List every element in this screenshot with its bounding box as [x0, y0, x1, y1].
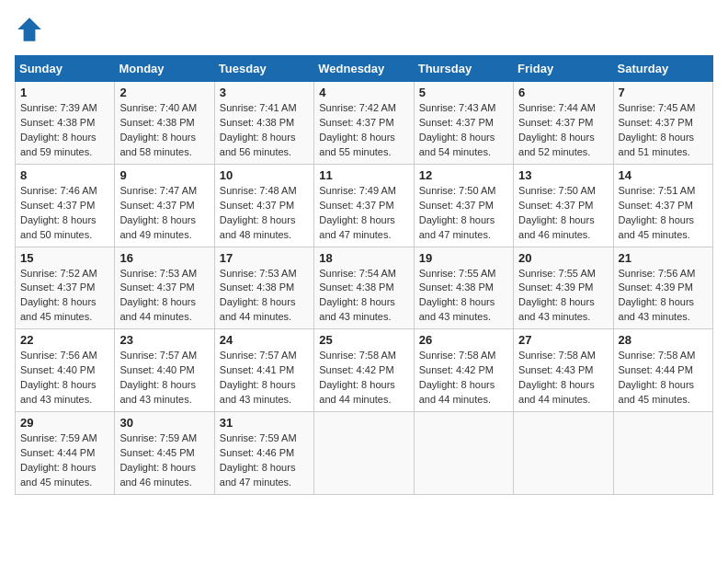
- sunset-label: Sunset: 4:37 PM: [319, 200, 393, 211]
- day-info: Sunrise: 7:56 AM Sunset: 4:39 PM Dayligh…: [619, 267, 708, 326]
- day-info: Sunrise: 7:59 AM Sunset: 4:45 PM Dayligh…: [119, 431, 209, 490]
- calendar-cell: 22 Sunrise: 7:56 AM Sunset: 4:40 PM Dayl…: [16, 329, 115, 412]
- weekday-header: Tuesday: [214, 56, 313, 82]
- calendar-cell: 21 Sunrise: 7:56 AM Sunset: 4:39 PM Dayl…: [613, 247, 712, 329]
- daylight-label: Daylight: 8 hours and 48 minutes.: [220, 214, 296, 240]
- sunset-label: Sunset: 4:38 PM: [319, 282, 393, 293]
- sunrise-label: Sunrise: 7:57 AM: [119, 350, 197, 361]
- page-header: [15, 15, 713, 44]
- sunrise-label: Sunrise: 7:42 AM: [319, 102, 396, 113]
- calendar-header-row: SundayMondayTuesdayWednesdayThursdayFrid…: [16, 56, 713, 82]
- daylight-label: Daylight: 8 hours and 45 minutes.: [619, 214, 695, 240]
- sunrise-label: Sunrise: 7:56 AM: [20, 350, 97, 361]
- daylight-label: Daylight: 8 hours and 43 minutes.: [119, 379, 196, 405]
- sunrise-label: Sunrise: 7:57 AM: [220, 350, 297, 361]
- sunset-label: Sunset: 4:38 PM: [419, 282, 494, 293]
- sunset-label: Sunset: 4:40 PM: [119, 364, 194, 375]
- daylight-label: Daylight: 8 hours and 43 minutes.: [319, 296, 395, 322]
- day-number: 13: [518, 168, 608, 182]
- day-number: 30: [119, 416, 209, 430]
- day-number: 23: [119, 333, 209, 347]
- calendar-cell: 16 Sunrise: 7:53 AM Sunset: 4:37 PM Dayl…: [115, 247, 214, 329]
- day-info: Sunrise: 7:42 AM Sunset: 4:37 PM Dayligh…: [319, 101, 408, 160]
- sunset-label: Sunset: 4:38 PM: [119, 117, 194, 128]
- day-number: 27: [518, 333, 608, 347]
- day-info: Sunrise: 7:52 AM Sunset: 4:37 PM Dayligh…: [20, 267, 109, 326]
- day-number: 18: [319, 251, 408, 265]
- weekday-header: Wednesday: [314, 56, 414, 82]
- calendar-week-row: 8 Sunrise: 7:46 AM Sunset: 4:37 PM Dayli…: [16, 164, 713, 247]
- calendar-cell: [314, 412, 414, 495]
- daylight-label: Daylight: 8 hours and 45 minutes.: [20, 462, 97, 488]
- daylight-label: Daylight: 8 hours and 59 minutes.: [20, 132, 97, 157]
- day-number: 21: [619, 251, 708, 265]
- calendar-cell: 9 Sunrise: 7:47 AM Sunset: 4:37 PM Dayli…: [115, 164, 214, 247]
- day-info: Sunrise: 7:44 AM Sunset: 4:37 PM Dayligh…: [518, 101, 608, 160]
- day-number: 26: [419, 333, 508, 347]
- calendar-cell: 6 Sunrise: 7:44 AM Sunset: 4:37 PM Dayli…: [514, 82, 613, 165]
- sunset-label: Sunset: 4:38 PM: [220, 282, 294, 293]
- sunrise-label: Sunrise: 7:58 AM: [619, 350, 696, 361]
- sunset-label: Sunset: 4:37 PM: [419, 200, 494, 211]
- calendar-cell: 5 Sunrise: 7:43 AM Sunset: 4:37 PM Dayli…: [414, 82, 513, 165]
- sunset-label: Sunset: 4:40 PM: [20, 364, 95, 375]
- day-info: Sunrise: 7:41 AM Sunset: 4:38 PM Dayligh…: [220, 101, 309, 160]
- sunset-label: Sunset: 4:39 PM: [518, 282, 593, 293]
- sunrise-label: Sunrise: 7:58 AM: [319, 350, 396, 361]
- daylight-label: Daylight: 8 hours and 47 minutes.: [220, 462, 296, 488]
- day-number: 6: [518, 86, 608, 99]
- daylight-label: Daylight: 8 hours and 50 minutes.: [20, 214, 97, 240]
- sunset-label: Sunset: 4:43 PM: [518, 364, 593, 375]
- sunset-label: Sunset: 4:37 PM: [220, 200, 294, 211]
- sunrise-label: Sunrise: 7:59 AM: [20, 432, 97, 443]
- calendar-cell: 3 Sunrise: 7:41 AM Sunset: 4:38 PM Dayli…: [214, 82, 313, 165]
- day-info: Sunrise: 7:58 AM Sunset: 4:42 PM Dayligh…: [319, 349, 408, 408]
- weekday-header: Monday: [115, 56, 214, 82]
- sunset-label: Sunset: 4:44 PM: [20, 447, 95, 458]
- sunrise-label: Sunrise: 7:58 AM: [419, 350, 496, 361]
- sunrise-label: Sunrise: 7:53 AM: [119, 268, 197, 279]
- day-info: Sunrise: 7:54 AM Sunset: 4:38 PM Dayligh…: [319, 267, 408, 326]
- calendar-cell: 31 Sunrise: 7:59 AM Sunset: 4:46 PM Dayl…: [214, 412, 313, 495]
- sunset-label: Sunset: 4:46 PM: [220, 447, 294, 458]
- day-info: Sunrise: 7:50 AM Sunset: 4:37 PM Dayligh…: [419, 184, 508, 243]
- daylight-label: Daylight: 8 hours and 58 minutes.: [119, 132, 196, 157]
- sunset-label: Sunset: 4:42 PM: [419, 364, 494, 375]
- day-number: 4: [319, 86, 408, 99]
- calendar-cell: 8 Sunrise: 7:46 AM Sunset: 4:37 PM Dayli…: [16, 164, 115, 247]
- day-info: Sunrise: 7:55 AM Sunset: 4:39 PM Dayligh…: [518, 267, 608, 326]
- calendar-cell: [414, 412, 513, 495]
- calendar-cell: 17 Sunrise: 7:53 AM Sunset: 4:38 PM Dayl…: [214, 247, 313, 329]
- calendar-cell: [613, 412, 712, 495]
- daylight-label: Daylight: 8 hours and 43 minutes.: [518, 296, 595, 322]
- day-number: 16: [119, 251, 209, 265]
- sunset-label: Sunset: 4:37 PM: [119, 282, 194, 293]
- day-info: Sunrise: 7:45 AM Sunset: 4:37 PM Dayligh…: [619, 101, 708, 160]
- sunset-label: Sunset: 4:44 PM: [619, 364, 693, 375]
- sunset-label: Sunset: 4:45 PM: [119, 447, 194, 458]
- day-info: Sunrise: 7:57 AM Sunset: 4:40 PM Dayligh…: [119, 349, 209, 408]
- day-info: Sunrise: 7:58 AM Sunset: 4:44 PM Dayligh…: [619, 349, 708, 408]
- calendar-week-row: 29 Sunrise: 7:59 AM Sunset: 4:44 PM Dayl…: [16, 412, 713, 495]
- day-number: 24: [220, 333, 309, 347]
- calendar-cell: 2 Sunrise: 7:40 AM Sunset: 4:38 PM Dayli…: [115, 82, 214, 165]
- sunrise-label: Sunrise: 7:59 AM: [119, 432, 197, 443]
- daylight-label: Daylight: 8 hours and 46 minutes.: [518, 214, 595, 240]
- daylight-label: Daylight: 8 hours and 55 minutes.: [319, 132, 395, 157]
- day-number: 8: [20, 168, 109, 182]
- sunrise-label: Sunrise: 7:39 AM: [20, 102, 97, 113]
- day-number: 15: [20, 251, 109, 265]
- calendar-cell: 25 Sunrise: 7:58 AM Sunset: 4:42 PM Dayl…: [314, 329, 414, 412]
- sunset-label: Sunset: 4:38 PM: [220, 117, 294, 128]
- sunset-label: Sunset: 4:37 PM: [619, 117, 693, 128]
- day-number: 12: [419, 168, 508, 182]
- day-number: 17: [220, 251, 309, 265]
- day-info: Sunrise: 7:51 AM Sunset: 4:37 PM Dayligh…: [619, 184, 708, 243]
- calendar-cell: 14 Sunrise: 7:51 AM Sunset: 4:37 PM Dayl…: [613, 164, 712, 247]
- day-info: Sunrise: 7:40 AM Sunset: 4:38 PM Dayligh…: [119, 101, 209, 160]
- daylight-label: Daylight: 8 hours and 56 minutes.: [220, 132, 296, 157]
- calendar-week-row: 15 Sunrise: 7:52 AM Sunset: 4:37 PM Dayl…: [16, 247, 713, 329]
- day-info: Sunrise: 7:58 AM Sunset: 4:43 PM Dayligh…: [518, 349, 608, 408]
- calendar-cell: 24 Sunrise: 7:57 AM Sunset: 4:41 PM Dayl…: [214, 329, 313, 412]
- day-number: 28: [619, 333, 708, 347]
